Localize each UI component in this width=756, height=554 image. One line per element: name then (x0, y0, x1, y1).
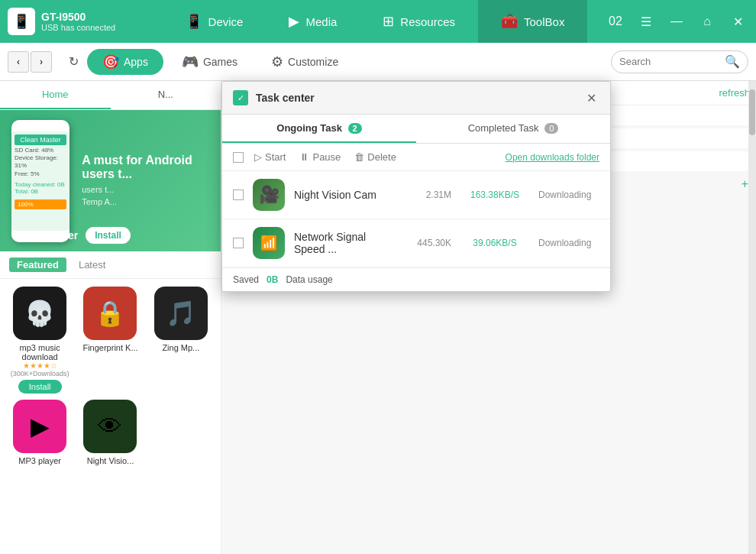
modal-close-btn[interactable]: ✕ (583, 89, 599, 106)
games-tab-icon: 🎮 (182, 53, 199, 70)
top-bar: 📱 GT-I9500 USB has connected 📱 Device ▶ … (0, 0, 756, 43)
notifications-btn[interactable]: 02 (605, 11, 626, 32)
nav-arrows: ‹ › (8, 51, 52, 73)
restore-btn[interactable]: ⌂ (696, 11, 718, 32)
select-all-checkbox[interactable] (233, 152, 244, 163)
device-name: GT-I9500 (41, 11, 115, 23)
pause-btn[interactable]: ⏸ Pause (296, 150, 344, 164)
top-nav: 📱 Device ▶ Media ⊞ Resources 🧰 ToolBox (145, 0, 605, 43)
nav-resources[interactable]: ⊞ Resources (360, 0, 478, 43)
start-btn[interactable]: ▷ Start (251, 150, 289, 164)
device-icon: 📱 (186, 13, 202, 30)
device-info: 📱 GT-I9500 USB has connected (8, 8, 145, 35)
menu-btn[interactable]: ☰ (635, 11, 657, 32)
ongoing-tab[interactable]: Ongoing Task 2 (222, 115, 416, 143)
pause-icon: ⏸ (299, 151, 309, 163)
app-name: Network Signal Speed ... (294, 231, 393, 255)
nav-media[interactable]: ▶ Media (266, 0, 360, 43)
nav-device[interactable]: 📱 Device (163, 0, 267, 43)
table-row: 🎥 Night Vision Cam 2.31M 163.38KB/S Down… (222, 171, 610, 219)
tab-games[interactable]: 🎮 Games (166, 49, 253, 75)
usb-status: USB has connected (41, 23, 115, 32)
modal-overlay: ✓ Task center ✕ Ongoing Task 2 Completed… (0, 81, 756, 554)
back-arrow[interactable]: ‹ (8, 51, 29, 73)
tabs-bar: ‹ › ↻ 🎯 Apps 🎮 Games ⚙ Customize 🔍 (0, 43, 756, 81)
refresh-page-btn[interactable]: ↻ (63, 51, 84, 73)
window-actions: 02 ☰ — ⌂ ✕ (605, 11, 748, 32)
search-icon: 🔍 (725, 54, 740, 69)
table-row: 📶 Network Signal Speed ... 445.30K 39.06… (222, 219, 610, 267)
modal-footer: Saved 0B Data usage (222, 267, 610, 291)
delete-icon: 🗑 (354, 151, 364, 163)
customize-tab-icon: ⚙ (271, 53, 283, 70)
modal-title: Task center (256, 92, 575, 104)
modal-tabs: Ongoing Task 2 Completed Task 0 (222, 115, 610, 144)
app-icon[interactable]: 📶 (253, 227, 285, 259)
resources-icon: ⊞ (383, 13, 394, 30)
completed-tab[interactable]: Completed Task 0 (416, 115, 610, 143)
open-downloads-link[interactable]: Open downloads folder (506, 152, 599, 163)
media-icon: ▶ (289, 13, 299, 30)
main-content: Home N... Clean Master SD Card: 48%Devic… (0, 81, 756, 554)
search-input[interactable] (619, 56, 720, 67)
file-size: 445.30K (402, 238, 451, 248)
download-speed: 39.06KB/S (460, 238, 529, 248)
download-status: Downloading (538, 238, 599, 248)
apps-tab-icon: 🎯 (102, 53, 119, 70)
app-name: Night Vision Cam (294, 189, 393, 201)
app-logo: 📱 (8, 8, 35, 35)
start-icon: ▷ (254, 151, 262, 163)
data-usage-label: Data usage (286, 274, 332, 285)
toolbox-icon: 🧰 (501, 13, 518, 30)
app-icon[interactable]: 🎥 (253, 179, 285, 211)
forward-arrow[interactable]: › (31, 51, 52, 73)
item-checkbox[interactable] (233, 190, 244, 200)
ongoing-count: 2 (348, 123, 362, 134)
saved-label: Saved (233, 274, 259, 285)
item-checkbox[interactable] (233, 238, 244, 248)
delete-btn[interactable]: 🗑 Delete (351, 150, 399, 164)
minimize-btn[interactable]: — (666, 11, 687, 32)
download-status: Downloading (538, 190, 599, 200)
modal-toolbar: ▷ Start ⏸ Pause 🗑 Delete Open downloads … (222, 144, 610, 171)
modal-header: ✓ Task center ✕ (222, 82, 610, 115)
modal-title-icon: ✓ (233, 90, 248, 105)
file-size: 2.31M (402, 190, 451, 200)
tab-apps[interactable]: 🎯 Apps (87, 49, 163, 75)
download-speed: 163.38KB/S (460, 190, 529, 200)
nav-toolbox[interactable]: 🧰 ToolBox (478, 0, 587, 43)
close-btn[interactable]: ✕ (727, 11, 748, 32)
saved-value: 0B (267, 274, 278, 285)
tab-customize[interactable]: ⚙ Customize (256, 49, 354, 75)
task-modal: ✓ Task center ✕ Ongoing Task 2 Completed… (221, 81, 611, 292)
completed-count: 0 (544, 123, 558, 134)
search-box[interactable]: 🔍 (611, 50, 748, 73)
